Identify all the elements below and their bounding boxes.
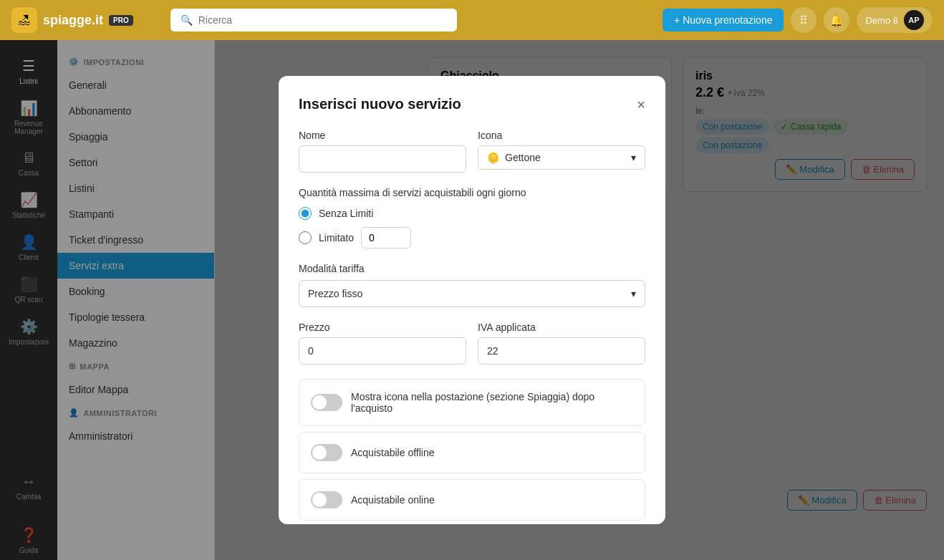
toggle-online[interactable] (311, 491, 342, 508)
toggle-offline-row: Acquistabile offline (299, 432, 645, 473)
notifications-icon-button[interactable]: 🔔 (824, 7, 849, 33)
toggle-offline[interactable] (311, 444, 342, 461)
limitato-row: Limitato (299, 227, 645, 248)
toggle-online-label: Acquistabile online (351, 494, 435, 506)
prezzo-label: Prezzo (299, 322, 466, 333)
toggle-mostra-icona[interactable] (311, 394, 342, 411)
toggle-online-row: Acquistabile online (299, 479, 645, 521)
logo-text: spiagge.it (43, 13, 103, 28)
search-icon: 🔍 (180, 14, 193, 26)
modalita-value: Prezzo fisso (308, 288, 362, 299)
quantity-label: Quantità massima di servizi acquistabili… (299, 187, 645, 198)
nav-right: + Nuova prenotazione ⠿ 🔔 Demo 8 AP (663, 7, 933, 33)
nome-input[interactable] (299, 145, 466, 173)
modal-title: Inserisci nuovo servizio (299, 96, 461, 112)
pro-badge: PRO (109, 15, 133, 26)
search-box[interactable]: 🔍 (170, 9, 457, 32)
limitato-value-input[interactable] (361, 227, 411, 248)
prezzo-input[interactable] (299, 337, 466, 365)
avatar: AP (904, 10, 924, 30)
prezzo-iva-row: Prezzo IVA applicata (299, 322, 645, 365)
toggle-knob-2 (312, 445, 327, 460)
logo-area: 🏖 spiagge.it PRO (11, 7, 133, 33)
iva-label: IVA applicata (478, 322, 645, 333)
user-chip[interactable]: Demo 8 AP (857, 7, 933, 33)
chevron-down-icon-2: ▾ (631, 288, 636, 299)
senza-limiti-label: Senza Limiti (319, 208, 373, 219)
senza-limiti-radio[interactable] (299, 207, 312, 220)
prezzo-group: Prezzo (299, 322, 466, 365)
iva-group: IVA applicata (478, 322, 645, 365)
apps-icon-button[interactable]: ⠿ (791, 7, 817, 33)
modalita-label: Modalità tariffa (299, 263, 645, 274)
logo-icon: 🏖 (11, 7, 37, 33)
topnav: 🏖 spiagge.it PRO 🔍 + Nuova prenotazione … (0, 0, 944, 40)
limitato-radio[interactable] (299, 231, 312, 244)
icona-label: Icona (478, 130, 645, 141)
modalita-section: Modalità tariffa Prezzo fisso ▾ (299, 263, 645, 307)
nome-group: Nome (299, 130, 466, 173)
icona-select[interactable]: 🪙 Gettone ▾ (478, 145, 645, 170)
quantity-section: Quantità massima di servizi acquistabili… (299, 187, 645, 248)
toggle-offline-label: Acquistabile offline (351, 447, 434, 458)
search-input[interactable] (198, 14, 447, 26)
modal-header: Inserisci nuovo servizio × (299, 96, 645, 112)
modal-close-button[interactable]: × (637, 97, 645, 112)
radio-group: Senza Limiti Limitato (299, 207, 645, 248)
modal-inserisci-servizio: Inserisci nuovo servizio × Nome Icona 🪙 … (279, 76, 665, 524)
senza-limiti-row: Senza Limiti (299, 207, 645, 220)
modal-overlay: Inserisci nuovo servizio × Nome Icona 🪙 … (0, 40, 944, 560)
chevron-down-icon: ▾ (631, 152, 636, 163)
nome-icona-row: Nome Icona 🪙 Gettone ▾ (299, 130, 645, 173)
icona-emoji: 🪙 (487, 152, 499, 163)
limitato-label: Limitato (319, 232, 354, 243)
new-booking-button[interactable]: + Nuova prenotazione (663, 9, 784, 32)
nome-label: Nome (299, 130, 466, 141)
icona-value: Gettone (505, 152, 541, 163)
modalita-select[interactable]: Prezzo fisso ▾ (299, 280, 645, 307)
toggle-mostra-icona-row: Mostra icona nella postazione (sezione S… (299, 379, 645, 426)
icona-group: Icona 🪙 Gettone ▾ (478, 130, 645, 173)
toggle-mostra-icona-label: Mostra icona nella postazione (sezione S… (351, 391, 633, 414)
toggle-knob-3 (312, 493, 327, 507)
iva-input[interactable] (478, 337, 645, 365)
user-name: Demo 8 (865, 15, 898, 26)
toggle-knob-1 (312, 395, 327, 410)
